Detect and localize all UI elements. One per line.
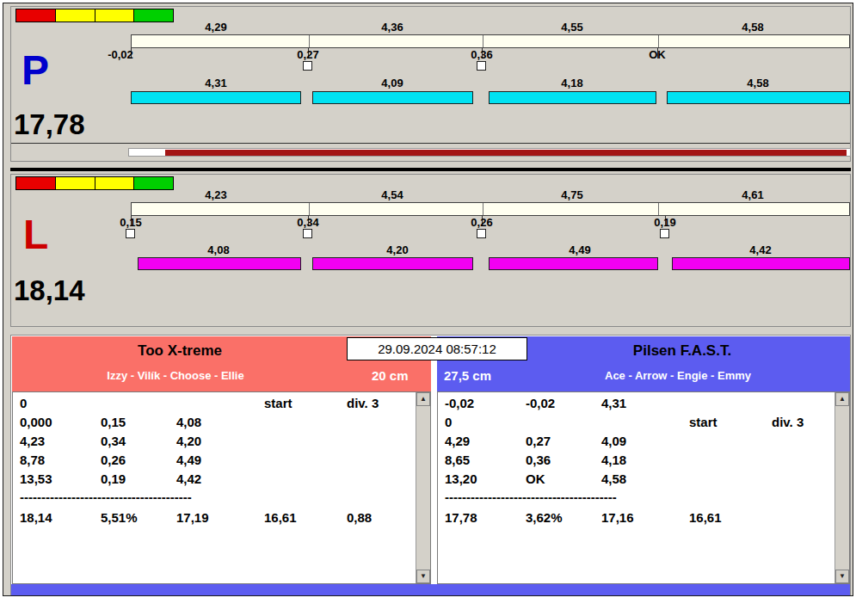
lane-bar-segment [489, 257, 658, 270]
table-total-row: 18,14 5,51% 17,19 16,61 0,88 [13, 510, 430, 529]
progress-fill [165, 150, 847, 156]
split-label: 4,08 [180, 243, 257, 256]
scroll-up-icon[interactable]: ▲ [416, 392, 430, 406]
table-total-row: 17,78 3,62% 17,16 16,61 [438, 510, 849, 529]
cell: 4,31 [601, 396, 626, 410]
delta-label: -0,02 [86, 48, 155, 61]
bar-divider [309, 203, 310, 215]
light-red-icon [16, 177, 56, 189]
team-results: 0 start div. 3 0,000 0,15 4,08 4,23 0,34 [12, 391, 431, 584]
delta-label: 0,27 [274, 48, 342, 61]
team-panel-right: Pilsen F.A.S.T. Ace - Arrow - Engie - Em… [437, 336, 850, 584]
table-row: -0,02 -0,02 4,31 [438, 396, 849, 415]
footer-bar [11, 584, 850, 595]
scroll-up-icon[interactable]: ▲ [835, 392, 849, 406]
light-green-icon [134, 9, 173, 22]
table-row: 4,23 0,34 4,20 [13, 434, 430, 453]
split-checkbox[interactable] [477, 229, 486, 238]
lane-bar-segment [138, 257, 301, 270]
cell: 4,08 [176, 415, 201, 429]
cell: 0 [20, 396, 27, 410]
split-checkbox[interactable] [477, 61, 486, 71]
lane-letter-p: P [22, 50, 49, 91]
cell: 0,15 [101, 415, 126, 429]
team-results: -0,02 -0,02 4,31 0 start div. 3 4,29 0,2… [437, 391, 850, 584]
cell: 13,20 [445, 471, 477, 486]
light-yellow1-icon [56, 9, 95, 22]
delta-label: OK [623, 48, 692, 61]
separator-line [11, 143, 850, 144]
cell: 0,26 [101, 453, 126, 467]
cell: 0,88 [347, 510, 372, 525]
split-label: 4,58 [714, 21, 791, 34]
scroll-down-icon[interactable]: ▼ [835, 570, 849, 583]
light-red-icon [16, 9, 56, 22]
cell: 4,09 [601, 434, 626, 448]
cell: 4,42 [176, 471, 201, 486]
split-checkbox[interactable] [660, 229, 669, 238]
delta-label: 0,15 [96, 216, 165, 229]
light-yellow2-icon [95, 177, 135, 189]
cell: 0,000 [20, 415, 52, 429]
bar-divider [483, 203, 483, 215]
cell: 16,61 [264, 510, 297, 525]
team-name: Pilsen F.A.S.T. [514, 342, 850, 360]
bar-divider [483, 35, 483, 47]
split-label: 4,58 [719, 77, 797, 89]
cell: 5,51% [101, 510, 138, 525]
light-green-icon [134, 177, 173, 189]
split-checkbox[interactable] [303, 229, 312, 238]
cell: 4,23 [20, 434, 45, 448]
cell: -0,02 [526, 396, 555, 410]
lane-total-time: 18,14 [14, 276, 85, 305]
lane-bar-segment [131, 91, 301, 104]
cell: start [689, 415, 717, 429]
start-lights-p [15, 9, 174, 22]
table-row: 8,78 0,26 4,49 [13, 453, 430, 471]
vertical-scrollbar[interactable]: ▲ ▼ [416, 392, 430, 583]
split-label: 4,23 [177, 188, 255, 201]
lane-panel-p: 4,29 4,36 4,55 4,58 -0,02 0,27 0,36 OK 4… [10, 6, 851, 162]
delta-label: 0,26 [447, 216, 516, 229]
split-checkbox[interactable] [303, 61, 312, 71]
split-label: 4,75 [533, 188, 611, 201]
delta-label: 0,36 [447, 48, 516, 61]
vertical-scrollbar[interactable]: ▲ ▼ [834, 392, 849, 583]
app-window: 4,29 4,36 4,55 4,58 -0,02 0,27 0,36 OK 4… [3, 3, 853, 596]
lane-letter-l: L [23, 214, 48, 256]
split-label: 4,42 [722, 243, 799, 256]
team-lineup: Ace - Arrow - Engie - Emmy [514, 369, 841, 382]
lane-bar-segment [672, 257, 850, 270]
delta-label: 0,19 [631, 216, 699, 229]
cell: 3,62% [526, 510, 563, 525]
scroll-down-icon[interactable]: ▼ [416, 570, 430, 583]
split-label: 4,29 [177, 21, 255, 34]
split-checkbox[interactable] [126, 229, 135, 238]
split-label: 4,55 [533, 21, 611, 34]
team-name: Too X-treme [12, 342, 348, 360]
team-panel-left: Too X-treme Izzy - Vilík - Choose - Elli… [12, 336, 431, 584]
start-lights-l [15, 176, 174, 190]
cell: 0,34 [101, 434, 126, 448]
split-label: 4,36 [354, 21, 431, 34]
cell: 0,19 [101, 471, 126, 486]
lane-total-time: 17,78 [14, 110, 85, 139]
table-row: 0 start div. 3 [438, 415, 849, 434]
table-row: 4,29 0,27 4,09 [438, 434, 849, 453]
cell: 0 [445, 415, 452, 429]
cell: -0,02 [445, 396, 474, 410]
cell: 4,18 [601, 453, 626, 467]
bar-divider [309, 35, 310, 47]
cell: start [264, 396, 293, 410]
lane-panel-l: 4,23 4,54 4,75 4,61 0,15 0,34 0,26 0,19 … [10, 174, 851, 327]
lane-bar-segment [312, 91, 473, 104]
lane-bar-segment [312, 257, 473, 270]
light-yellow2-icon [95, 9, 135, 22]
table-separator-row: ---------------------------------------- [13, 490, 430, 508]
separator-dashes: ---------------------------------------- [20, 490, 192, 504]
cell: 4,20 [176, 434, 201, 448]
team-lineup: Izzy - Vilík - Choose - Ellie [12, 369, 339, 382]
race-timestamp: 29.09.2024 08:57:12 [347, 337, 527, 360]
split-label: 4,61 [714, 188, 791, 201]
light-yellow1-icon [56, 177, 95, 189]
